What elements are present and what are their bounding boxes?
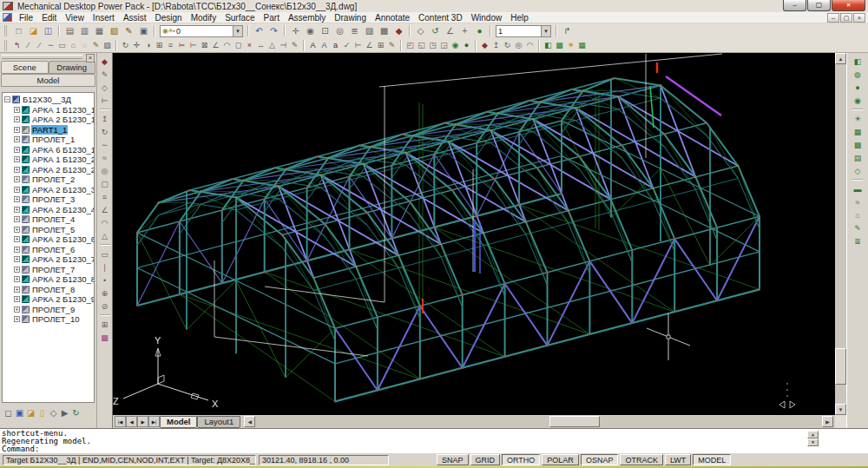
extrude-button[interactable]: ↥ (98, 112, 112, 125)
match-properties-button[interactable]: ✎ (122, 24, 136, 37)
tree-item-ПРОЛЕТ_3[interactable]: +ПРОЛЕТ_3 (3, 194, 94, 205)
tree-item-ПРОЛЕТ_5[interactable]: +ПРОЛЕТ_5 (3, 225, 94, 235)
zoom-previous-button[interactable]: ◎ (332, 24, 347, 37)
menu-annotate[interactable]: Annotate (371, 13, 414, 23)
toggle-otrack[interactable]: OTRACK (620, 454, 663, 465)
tree-item-ПРОЛЕТ_6[interactable]: +ПРОЛЕТ_6 (3, 245, 94, 255)
tree-expand-icon[interactable]: + (14, 167, 20, 173)
ucs-dialog-button[interactable]: ∠ (443, 24, 457, 37)
materials-library-button[interactable]: ▤ (851, 151, 865, 164)
fillet-3d-button[interactable]: ◠ (524, 39, 536, 52)
revolve-button[interactable]: ↻ (98, 125, 112, 138)
sweep-button[interactable]: ∼ (98, 138, 112, 151)
array-button[interactable]: ⊞ (154, 39, 165, 52)
spline-button[interactable]: ∼ (45, 39, 56, 52)
offset-button[interactable]: ≡ (165, 39, 176, 52)
render-button[interactable]: ◧ (542, 39, 554, 52)
tab-last-button[interactable]: ▶| (148, 416, 160, 427)
menu-content-3d[interactable]: Content 3D (414, 13, 467, 23)
tree-expand-icon[interactable]: + (14, 147, 20, 153)
scroll-up-icon[interactable]: ▲ (807, 431, 819, 438)
tab-prev-button[interactable]: ◀ (126, 416, 137, 427)
menu-modify[interactable]: Modify (187, 13, 220, 23)
hatch-button[interactable]: ▨ (102, 39, 113, 52)
orbit-3d-button[interactable]: ↺ (428, 24, 443, 37)
tree-expand-icon[interactable]: + (14, 227, 20, 233)
toggle-grid[interactable]: GRID (470, 454, 501, 465)
viewport-canvas[interactable]: YXZ (113, 53, 835, 415)
line-button[interactable]: ∕ (23, 39, 34, 52)
paste-clip-button[interactable]: ▧ (107, 24, 122, 37)
render-preferences-button[interactable]: ✎ (851, 221, 865, 234)
tab-next-button[interactable]: ▶ (137, 416, 148, 427)
toggle-polar[interactable]: POLAR (542, 454, 579, 465)
vertical-scrollbar[interactable]: ▲ ▼ (835, 53, 846, 415)
chamfer-button[interactable]: ∠ (210, 39, 221, 52)
work-plane-button[interactable]: ▭ (98, 247, 112, 260)
zoom-object-button[interactable]: ◌ (79, 39, 90, 52)
ucs-icon-toggle-button[interactable]: ↱ (560, 24, 575, 37)
materials-button[interactable]: ▩ (851, 138, 865, 151)
zoom-window-button[interactable]: ⊡ (318, 24, 332, 37)
tree-item-АРКА 2 Б1230_9[interactable]: +АРКА 2 Б1230_9 (3, 294, 94, 305)
view-top-button[interactable]: ◰ (404, 39, 416, 52)
tree-item-ПРОЛЕТ_4[interactable]: +ПРОЛЕТ_4 (3, 214, 94, 225)
coordinates-display[interactable]: 30121.40, 8918.16 , 0.00 (259, 455, 389, 465)
hole-button[interactable]: ◎ (98, 164, 112, 177)
panel-grip[interactable] (2, 55, 82, 59)
layer-combo[interactable]: ◉☀▪0▾ (160, 25, 243, 37)
lights-button[interactable]: ☀ (565, 39, 576, 52)
design-center-button[interactable]: ▩ (377, 24, 391, 37)
menu-design[interactable]: Design (151, 13, 187, 23)
render-quick-button[interactable]: ● (472, 24, 487, 37)
menu-help[interactable]: Help (506, 13, 533, 23)
scroll-down-icon[interactable]: ▼ (807, 438, 819, 446)
fillet-3d-button[interactable]: ◠ (98, 216, 112, 229)
scroll-up-icon[interactable]: ▲ (835, 53, 846, 64)
tab-drawing[interactable]: Drawing (49, 61, 96, 74)
undo-button[interactable]: ↶ (252, 24, 266, 37)
layer-manager-button[interactable]: ≣ (347, 24, 362, 37)
toolbar-grip[interactable] (4, 40, 9, 51)
copy-clip-button[interactable]: ▦ (92, 24, 107, 37)
tree-expand-icon[interactable]: + (14, 307, 20, 313)
pencil-edit-button[interactable]: ✎ (90, 39, 102, 52)
rectangle-button[interactable]: ▭ (56, 39, 68, 52)
redo-button[interactable]: ↷ (266, 24, 281, 37)
named-views-2-button[interactable]: ◲ (438, 39, 450, 52)
tree-expand-icon[interactable]: + (14, 316, 20, 322)
polygon-button[interactable]: ⌂ (68, 39, 79, 52)
profile-button[interactable]: ◇ (98, 81, 112, 94)
mdi-close-button[interactable]: × (853, 13, 865, 23)
background-button[interactable]: ▬ (851, 182, 865, 195)
zoom-realtime-button[interactable]: ◉ (303, 24, 318, 37)
fog-button[interactable]: ≈ (851, 195, 865, 208)
toolbar-grip[interactable] (4, 25, 9, 36)
dim-linear-button[interactable]: ⊢ (352, 39, 364, 52)
tree-expand-icon[interactable]: + (14, 176, 20, 182)
tree-expand-icon[interactable]: + (14, 287, 20, 293)
dim-angular-button[interactable]: ∠ (364, 39, 375, 52)
folder-button[interactable]: ◪ (25, 406, 36, 419)
tree-item-АРКА 2 Б1230_4[interactable]: +АРКА 2 Б1230_4 (3, 205, 94, 215)
command-window[interactable]: shortcut-menu. Regenerating model. Comma… (0, 428, 868, 452)
mdi-restore-button[interactable]: ▢ (840, 13, 852, 23)
erase-button[interactable]: ◻ (233, 39, 244, 52)
pan-realtime-button[interactable]: ✛ (288, 24, 303, 37)
scroll-down-icon[interactable]: ▼ (835, 404, 846, 415)
text-style-button[interactable]: a (330, 39, 341, 52)
open-file-button[interactable]: ◪ (26, 24, 41, 37)
tree-item-ПРОЛЕТ_7[interactable]: +ПРОЛЕТ_7 (3, 265, 94, 275)
tab-model-browser[interactable]: Model (1, 74, 95, 87)
mtext-button[interactable]: A (319, 39, 330, 52)
explode-button[interactable]: × (244, 39, 255, 52)
toggle-snap[interactable]: SNAP (437, 454, 469, 465)
tree-expand-icon[interactable]: + (14, 156, 20, 162)
tree-item-ПРОЛЕТ_8[interactable]: +ПРОЛЕТ_8 (3, 285, 94, 295)
join-button[interactable]: ⊣ (278, 39, 289, 52)
plot-button[interactable]: ▣ (136, 24, 151, 37)
tree-item-Б12X30__3Д[interactable]: −Б12X30__3Д (3, 95, 94, 105)
construction-line-button[interactable]: ⁄ (34, 39, 45, 52)
spell-check-button[interactable]: ✓ (341, 39, 352, 52)
color-palette-button[interactable]: ▩ (98, 331, 112, 344)
